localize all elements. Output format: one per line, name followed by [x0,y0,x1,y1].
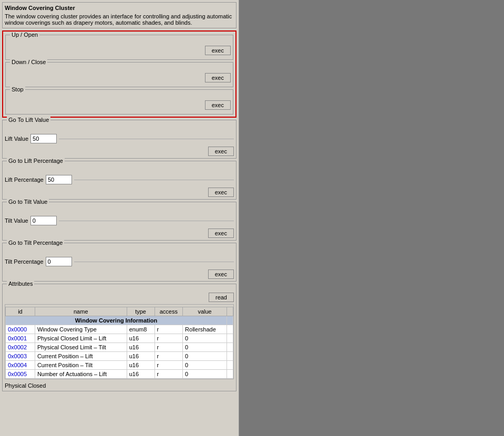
attr-type: u16 [127,361,155,370]
left-panel: Window Covering Cluster The window cover… [0,0,239,436]
stop-exec-button[interactable]: exec [205,100,231,110]
tilt-pct-content: Tilt Percentage exec [5,248,234,279]
attr-value: 0 [183,343,227,352]
tilt-value-input[interactable] [30,216,57,225]
group-header-spacer [227,316,233,325]
attributes-title: Attributes [7,281,34,287]
down-close-section: Down / Close exec [5,62,233,87]
attr-row[interactable]: 0x0000 Window Covering Type enum8 r Roll… [6,325,233,334]
attr-row[interactable]: 0x0003 Current Position – Lift u16 r 0 [6,352,233,361]
attr-name: Physical Closed Limit – Tilt [35,343,127,352]
down-close-content: exec [8,68,231,85]
tilt-value-content: Tilt Value exec [5,207,234,238]
attr-access: r [155,361,183,370]
attr-name: Current Position – Tilt [35,361,127,370]
attr-value: 0 [183,334,227,343]
tilt-value-exec-button[interactable]: exec [208,229,234,238]
attr-id: 0x0005 [6,370,35,379]
attr-value: Rollershade [183,325,227,334]
read-button[interactable]: read [209,293,234,302]
lift-pct-exec-button[interactable]: exec [208,188,234,197]
lift-value-content: Lift Value exec [5,126,234,156]
attributes-table-scroll[interactable]: id name type access value Window Coverin… [5,304,234,379]
tilt-value-row: Tilt Value [5,216,234,225]
attr-access: r [155,325,183,334]
lift-value-exec-button[interactable]: exec [208,147,234,156]
main-title-box: Window Covering Cluster The window cover… [2,2,236,28]
up-open-section: Up / Open exec [5,35,233,60]
col-scroll-spacer [227,307,233,316]
main-title: Window Covering Cluster [5,5,75,11]
attr-spacer [227,361,233,370]
tilt-pct-row: Tilt Percentage [5,257,234,266]
tilt-pct-exec-button[interactable]: exec [208,269,234,279]
attr-type: enum8 [127,325,155,334]
lift-pct-content: Lift Percentage exec [5,167,234,197]
attr-row[interactable]: 0x0002 Physical Closed Limit – Tilt u16 … [6,343,233,352]
attr-name: Number of Actuations – Lift [35,370,127,379]
main-desc: The window covering cluster provides an … [5,13,234,26]
lift-value-title: Go To Lift Value [7,117,50,123]
attr-type: u16 [127,370,155,379]
lift-value-row: Lift Value [5,134,234,143]
lift-pct-title: Go to Lift Percentage [7,158,65,164]
tilt-value-title: Go to Tilt Value [7,199,49,205]
attr-value: 0 [183,352,227,361]
attributes-table: id name type access value Window Coverin… [5,307,233,379]
attr-id: 0x0000 [6,325,35,334]
up-open-title: Up / Open [10,32,39,38]
attr-id: 0x0001 [6,334,35,343]
attr-spacer [227,325,233,334]
tilt-value-label: Tilt Value [5,217,28,224]
lift-value-input[interactable] [30,134,57,143]
commands-group: Up / Open exec Down / Close exec Stop ex… [2,30,236,118]
attr-name: Window Covering Type [35,325,127,334]
attributes-section: Attributes read id name type access valu… [2,284,236,391]
attr-row[interactable]: 0x0005 Number of Actuations – Lift u16 r… [6,370,233,379]
stop-section: Stop exec [5,89,233,115]
col-id: id [6,307,35,316]
attr-spacer [227,352,233,361]
stop-content: exec [8,95,231,112]
lift-value-section: Go To Lift Value Lift Value exec [2,120,236,159]
attr-access: r [155,343,183,352]
right-panel: Schalter2 847127FFFE27CCA5 OPPLE S 04CF8… [239,0,504,436]
group-header-cell: Window Covering Information [6,316,227,325]
attr-spacer [227,334,233,343]
lift-value-label: Lift Value [5,136,28,142]
down-close-exec-button[interactable]: exec [205,73,231,82]
col-value: value [183,307,227,316]
attr-access: r [155,334,183,343]
stop-title: Stop [10,86,25,92]
attr-access: r [155,370,183,379]
attr-id: 0x0004 [6,361,35,370]
lift-pct-section: Go to Lift Percentage Lift Percentage ex… [2,161,236,200]
up-open-content: exec [8,40,231,57]
attr-value: 0 [183,370,227,379]
attr-name: Physical Closed Limit – Lift [35,334,127,343]
tilt-pct-title: Go to Tilt Percentage [7,240,64,246]
col-access: access [155,307,183,316]
attr-spacer [227,343,233,352]
down-close-title: Down / Close [10,59,47,65]
attr-row[interactable]: 0x0001 Physical Closed Limit – Lift u16 … [6,334,233,343]
lift-pct-row: Lift Percentage [5,175,234,184]
attr-value: 0 [183,361,227,370]
tilt-value-section: Go to Tilt Value Tilt Value exec [2,202,236,241]
tilt-pct-input[interactable] [46,257,72,266]
attr-name: Current Position – Lift [35,352,127,361]
lift-pct-input[interactable] [46,175,72,184]
attr-id: 0x0003 [6,352,35,361]
attr-type: u16 [127,334,155,343]
tilt-pct-label: Tilt Percentage [5,258,44,265]
lift-pct-label: Lift Percentage [5,177,44,183]
col-type: type [127,307,155,316]
tilt-pct-section: Go to Tilt Percentage Tilt Percentage ex… [2,243,236,282]
attr-access: r [155,352,183,361]
group-header-row: Window Covering Information [6,316,233,325]
attr-type: u16 [127,343,155,352]
attr-row[interactable]: 0x0004 Current Position – Tilt u16 r 0 [6,361,233,370]
up-open-exec-button[interactable]: exec [205,46,231,55]
col-name: name [35,307,127,316]
attr-id: 0x0002 [6,343,35,352]
